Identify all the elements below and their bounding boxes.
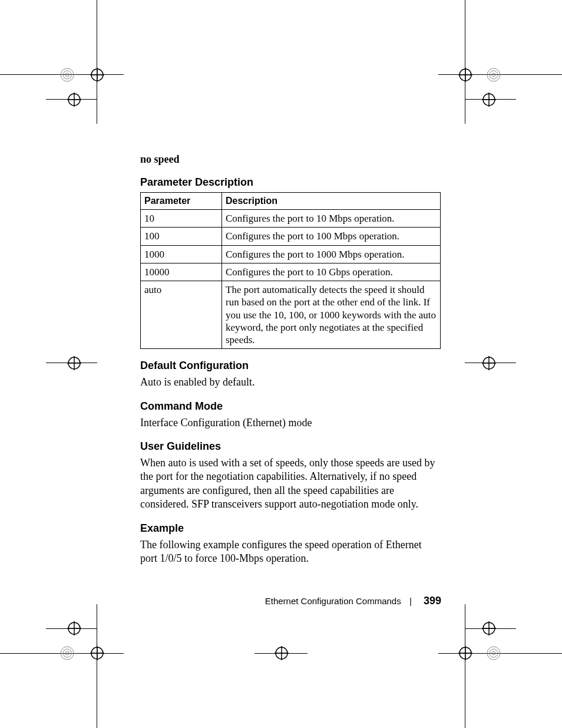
cell-param: 10 <box>141 210 222 228</box>
registration-mark-icon <box>90 68 104 82</box>
heading-example: Example <box>140 522 441 535</box>
registration-mark-icon <box>67 93 81 107</box>
crop-dot-icon <box>486 645 501 661</box>
svg-point-10 <box>490 71 498 79</box>
page: no speed Parameter Description Parameter… <box>0 0 562 728</box>
cell-desc: Configures the port to 1000 Mbps operati… <box>222 245 441 263</box>
cell-param: 10000 <box>141 263 222 281</box>
svg-point-27 <box>61 647 74 660</box>
crop-dot-icon <box>59 645 75 661</box>
cell-desc: Configures the port to 10 Mbps operation… <box>222 210 441 228</box>
registration-mark-icon <box>482 93 496 107</box>
cell-param: auto <box>141 281 222 349</box>
registration-mark-icon <box>482 356 496 370</box>
cell-param: 100 <box>141 228 222 245</box>
table-head-row: Parameter Description <box>141 193 441 210</box>
footer-section-title: Ethernet Configuration Commands <box>265 596 401 606</box>
crop-line <box>465 0 465 124</box>
svg-point-34 <box>490 649 498 657</box>
crop-line <box>465 604 465 728</box>
table-row: 100 Configures the port to 100 Mbps oper… <box>141 228 441 245</box>
table-row: 10 Configures the port to 10 Mbps operat… <box>141 210 441 228</box>
registration-mark-icon <box>458 646 472 660</box>
cell-desc: Configures the port to 10 Gbps operation… <box>222 263 441 281</box>
svg-point-11 <box>492 73 495 77</box>
crop-dot-icon <box>486 67 501 83</box>
footer-separator: | <box>409 596 412 606</box>
heading-parameter-description: Parameter Description <box>140 176 441 189</box>
page-footer: Ethernet Configuration Commands | 399 <box>265 595 441 607</box>
crop-line <box>97 604 97 728</box>
table-row: auto The port automatically detects the … <box>141 281 441 349</box>
th-parameter: Parameter <box>141 193 222 210</box>
svg-point-4 <box>63 71 71 79</box>
table-row: 10000 Configures the port to 10 Gbps ope… <box>141 263 441 281</box>
svg-point-9 <box>487 68 500 81</box>
svg-point-35 <box>492 651 495 655</box>
svg-point-5 <box>65 73 69 77</box>
th-description: Description <box>222 193 441 210</box>
svg-point-33 <box>487 647 500 660</box>
registration-mark-icon <box>482 621 496 635</box>
svg-point-3 <box>61 68 74 81</box>
heading-default-configuration: Default Configuration <box>140 360 441 372</box>
text-command-mode: Interface Configuration (Ethernet) mode <box>140 416 441 430</box>
registration-mark-icon <box>275 646 289 660</box>
registration-mark-icon <box>67 621 81 635</box>
document-content: no speed Parameter Description Parameter… <box>140 153 441 574</box>
text-user-guidelines: When auto is used with a set of speeds, … <box>140 456 441 512</box>
footer-page-number: 399 <box>424 595 441 607</box>
crop-dot-icon <box>59 67 75 83</box>
svg-point-28 <box>63 649 71 657</box>
text-default-configuration: Auto is enabled by default. <box>140 375 441 389</box>
svg-point-29 <box>65 651 69 655</box>
heading-command-mode: Command Mode <box>140 400 441 413</box>
registration-mark-icon <box>67 356 81 370</box>
syntax-line: no speed <box>140 153 441 166</box>
registration-mark-icon <box>458 68 472 82</box>
text-example: The following example configures the spe… <box>140 538 441 566</box>
cell-desc: Configures the port to 100 Mbps operatio… <box>222 228 441 245</box>
parameter-table: Parameter Description 10 Configures the … <box>140 192 441 349</box>
cell-desc: The port automatically detects the speed… <box>222 281 441 349</box>
heading-user-guidelines: User Guidelines <box>140 440 441 453</box>
crop-line <box>97 0 97 124</box>
cell-param: 1000 <box>141 245 222 263</box>
registration-mark-icon <box>90 646 104 660</box>
table-row: 1000 Configures the port to 1000 Mbps op… <box>141 245 441 263</box>
